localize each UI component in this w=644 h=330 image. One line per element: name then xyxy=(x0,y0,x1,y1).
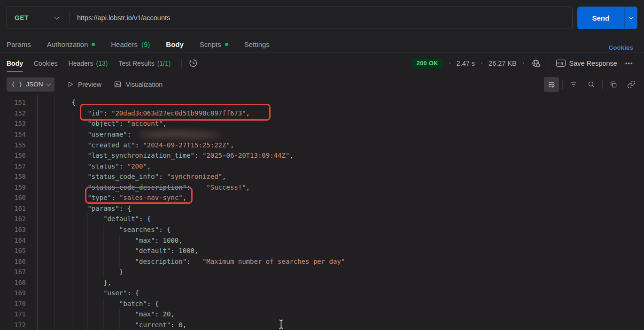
method-selector[interactable]: GET xyxy=(7,7,70,29)
line-content: "max": 20, xyxy=(56,309,175,320)
code-line-171: 171 "max": 20, xyxy=(0,309,644,320)
send-options-button[interactable] xyxy=(625,7,637,29)
meta-divider xyxy=(549,59,549,68)
preview-button[interactable]: Preview xyxy=(67,81,101,88)
tab-label: Body xyxy=(7,60,23,67)
visualization-button[interactable]: Visualization xyxy=(114,80,163,88)
response-tab-headers[interactable]: Headers(13) xyxy=(69,53,108,73)
tab-label: Settings xyxy=(244,40,270,48)
visualization-label: Visualization xyxy=(126,81,163,88)
indent-guide xyxy=(72,256,72,267)
code-line-158: 158 "status_code_info": "synchronized", xyxy=(0,171,644,182)
indent-guide xyxy=(72,171,72,182)
link-icon[interactable] xyxy=(624,77,639,92)
line-content: "username": xyxy=(56,129,135,140)
line-number: 171 xyxy=(0,309,26,320)
response-tab-cookies[interactable]: Cookies xyxy=(34,53,58,73)
indent-guide xyxy=(87,299,88,309)
indent-guide xyxy=(87,277,88,288)
url-input[interactable]: https://api.lobstr.io/v1/accounts xyxy=(70,14,572,22)
response-time[interactable]: 2.47 s xyxy=(457,60,475,67)
indent-guide xyxy=(87,224,88,235)
tab-label: Authorization xyxy=(47,40,88,48)
history-icon[interactable] xyxy=(187,58,199,69)
line-number: 154 xyxy=(0,129,26,140)
tab-label: Headers xyxy=(111,40,138,48)
response-size[interactable]: 26.27 KB xyxy=(489,60,517,67)
indent-guide xyxy=(87,214,88,224)
response-tab-body[interactable]: Body xyxy=(7,53,23,73)
line-content: "default": 1000, xyxy=(56,246,198,256)
indent-guide xyxy=(72,161,72,172)
line-number: 153 xyxy=(0,118,26,129)
indent-guide xyxy=(72,150,72,161)
request-tabs: ParamsAuthorizationHeaders(9)BodyScripts… xyxy=(0,29,644,53)
toolbar-divider xyxy=(562,80,563,89)
tab-label: Scripts xyxy=(200,40,221,48)
indent-guide xyxy=(87,267,88,277)
indent-guide xyxy=(72,140,72,151)
tab-label: Test Results xyxy=(118,60,154,67)
copy-icon[interactable] xyxy=(606,77,621,92)
line-number: 164 xyxy=(0,235,26,246)
send-label[interactable]: Send xyxy=(577,7,624,29)
code-lines: 151 {152 "id": "20dad3c063d27ec0d51b998c… xyxy=(0,95,644,330)
meta-separator-dot xyxy=(481,62,482,64)
save-response-button[interactable]: e.g. Save Response xyxy=(556,60,617,67)
code-line-165: 165 "default": 1000, xyxy=(0,246,644,256)
indent-guide xyxy=(103,235,104,246)
request-tab-body[interactable]: Body xyxy=(166,40,184,48)
toolbar-icons xyxy=(544,77,639,92)
example-icon: e.g. xyxy=(556,60,566,67)
response-body-viewer[interactable]: 151 {152 "id": "20dad3c063d27ec0d51b998c… xyxy=(0,95,644,330)
request-tab-params[interactable]: Params xyxy=(7,40,31,48)
request-tab-headers[interactable]: Headers(9) xyxy=(111,40,150,48)
chevron-down-icon xyxy=(46,81,50,85)
url-box: GET https://api.lobstr.io/v1/accounts xyxy=(7,7,573,29)
format-label: JSON xyxy=(26,81,43,88)
code-line-172: 172 "current": 0, xyxy=(0,320,644,330)
line-number: 168 xyxy=(0,277,26,288)
response-tabs-row: BodyCookiesHeaders(13)Test Results(1/1) … xyxy=(0,53,644,73)
tab-label: Cookies xyxy=(34,60,58,67)
line-number: 169 xyxy=(0,288,26,299)
indent-guide xyxy=(103,320,104,330)
cookies-link[interactable]: Cookies xyxy=(608,44,633,51)
filter-icon[interactable] xyxy=(566,77,581,92)
search-icon[interactable] xyxy=(584,77,599,92)
indent-guide xyxy=(72,182,72,193)
indent-guide xyxy=(72,267,72,277)
indent-guide xyxy=(87,320,88,330)
line-number: 156 xyxy=(0,150,26,161)
request-tab-authorization[interactable]: Authorization xyxy=(47,40,95,48)
request-tab-settings[interactable]: Settings xyxy=(244,40,270,48)
chevron-down-icon xyxy=(629,15,634,19)
line-number: 166 xyxy=(0,256,26,267)
save-response-label: Save Response xyxy=(569,60,617,67)
tab-label: Body xyxy=(166,40,184,48)
request-bar: GET https://api.lobstr.io/v1/accounts Se… xyxy=(7,7,637,29)
network-icon[interactable] xyxy=(531,59,541,68)
response-tab-test-results[interactable]: Test Results(1/1) xyxy=(118,53,171,73)
line-content: "default": { xyxy=(56,214,151,224)
tab-label: Headers xyxy=(69,60,93,67)
code-line-167: 167 } xyxy=(0,267,644,277)
format-dropdown[interactable]: { } JSON xyxy=(7,77,54,92)
send-button[interactable]: Send xyxy=(577,7,637,29)
wrap-text-button[interactable] xyxy=(544,77,559,92)
tab-count: (9) xyxy=(141,40,150,48)
green-dot-icon xyxy=(92,43,95,46)
more-options-icon[interactable]: ••• xyxy=(625,60,633,67)
line-number: 155 xyxy=(0,140,26,151)
tab-count: (13) xyxy=(96,60,108,67)
indent-guide xyxy=(119,320,120,330)
preview-label: Preview xyxy=(78,81,101,88)
indent-guide xyxy=(72,224,72,235)
meta-separator-dot xyxy=(449,62,450,64)
indent-guide xyxy=(103,309,104,320)
line-number: 167 xyxy=(0,267,26,277)
request-tab-scripts[interactable]: Scripts xyxy=(200,40,228,48)
image-icon xyxy=(114,80,122,88)
status-badge[interactable]: 200 OK xyxy=(412,58,443,69)
indent-guide xyxy=(119,256,120,267)
